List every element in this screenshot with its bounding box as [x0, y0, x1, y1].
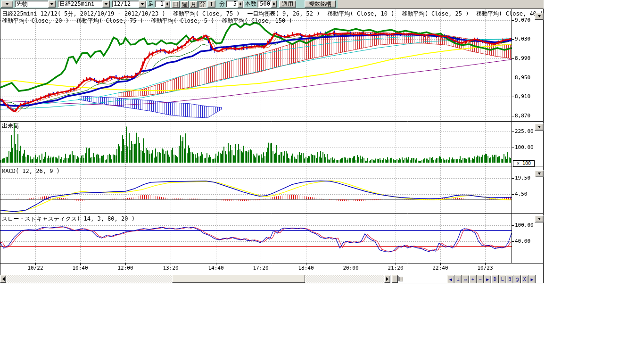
- chevron-down-icon: [5, 3, 9, 7]
- toolbar-background-right: [338, 0, 544, 8]
- symbol-combobox[interactable]: 日経225mini: [58, 0, 110, 8]
- period-button-週[interactable]: 週: [181, 1, 189, 8]
- chevron-down-icon: [48, 0, 56, 8]
- chevron-down-icon: [102, 0, 110, 8]
- minute-stepper[interactable]: 5: [226, 0, 244, 8]
- chart-tool-button-10[interactable]: @: [513, 275, 521, 283]
- bar-count-label: 本数: [245, 0, 256, 8]
- chart-tool-button-2[interactable]: ⊥: [454, 275, 462, 283]
- arrow-left-icon: [0, 277, 5, 281]
- bar-interval-stepper[interactable]: 1: [155, 0, 171, 8]
- chart-tool-button-1[interactable]: ◀: [447, 275, 454, 283]
- multi-symbol-button[interactable]: 複数銘柄: [305, 0, 336, 8]
- scrollbar-track[interactable]: [305, 275, 384, 283]
- panel-scale-dropdown-button[interactable]: [535, 13, 544, 20]
- chevron-down-icon: [139, 0, 146, 8]
- period-button-T[interactable]: T: [207, 0, 215, 8]
- spinner-icon[interactable]: [165, 0, 170, 8]
- chart-tool-button-6[interactable]: ▶: [484, 275, 491, 283]
- bar-count-value: 500: [258, 1, 271, 7]
- zoom-slider-thumb[interactable]: [399, 277, 403, 281]
- minute-value: 5: [226, 1, 238, 7]
- chart-tool-button-7[interactable]: D: [491, 275, 499, 283]
- chart-tool-button-11[interactable]: X: [521, 275, 528, 283]
- bottom-control-strip: ◀⊥▭+−▶DLB@X▶: [0, 275, 544, 283]
- panel-scale-dropdown-button[interactable]: [535, 215, 544, 222]
- spinner-icon[interactable]: [271, 0, 277, 8]
- splitter-button[interactable]: [392, 275, 398, 283]
- volume-multiplier-badge: × 100: [513, 160, 535, 167]
- scroll-right-button[interactable]: [384, 275, 390, 283]
- contract-month-combobox[interactable]: 12/12: [112, 0, 147, 8]
- period-button-月[interactable]: 月: [190, 1, 198, 8]
- apply-button[interactable]: 適用: [279, 0, 296, 8]
- chart-tool-button-9[interactable]: B: [506, 275, 514, 283]
- chevron-down-icon: [538, 15, 541, 19]
- chart-tool-button-12[interactable]: ▶: [528, 275, 536, 283]
- symbol-value: 日経225mini: [58, 1, 102, 7]
- instrument-type-combobox[interactable]: 先物: [15, 0, 56, 8]
- zoom-slider[interactable]: [398, 276, 444, 281]
- arrow-right-icon: [386, 277, 390, 281]
- chevron-down-icon: [538, 173, 541, 176]
- chart-tool-button-group: ◀⊥▭+−▶DLB@X▶: [447, 275, 536, 283]
- chart-tool-button-3[interactable]: ▭: [462, 275, 469, 283]
- scrollbar-track[interactable]: [6, 275, 172, 283]
- panel-scale-dropdown-button[interactable]: [535, 170, 544, 177]
- chart-canvas[interactable]: [0, 0, 644, 362]
- period-button-group: 日週月分T: [172, 0, 216, 8]
- spinner-icon[interactable]: [238, 0, 243, 8]
- toolbar: 先物 日経225mini 12/12 足 1 日週月分T 分 5 本数 500 …: [0, 0, 544, 9]
- chart-application-window: 先物 日経225mini 12/12 足 1 日週月分T 分 5 本数 500 …: [0, 0, 644, 362]
- bar-count-stepper[interactable]: 500: [257, 0, 277, 8]
- minute-label: 分: [219, 0, 225, 8]
- contract-month-value: 12/12: [112, 1, 139, 7]
- chart-menu-dropdown-button[interactable]: [1, 0, 13, 8]
- panel-scale-dropdown-button[interactable]: [535, 123, 544, 131]
- scroll-left-button[interactable]: [0, 275, 6, 283]
- chevron-down-icon: [538, 218, 541, 222]
- chevron-down-icon: [538, 126, 541, 130]
- scrollbar-thumb[interactable]: [172, 275, 305, 283]
- bar-interval-value: 1: [155, 1, 165, 7]
- chart-tool-button-4[interactable]: +: [469, 275, 477, 283]
- chart-tool-button-8[interactable]: L: [499, 275, 506, 283]
- period-button-分[interactable]: 分: [198, 1, 206, 8]
- chart-tool-button-5[interactable]: −: [477, 275, 484, 283]
- period-button-日[interactable]: 日: [172, 1, 180, 8]
- instrument-type-value: 先物: [15, 1, 48, 7]
- bar-type-label: 足: [148, 0, 154, 8]
